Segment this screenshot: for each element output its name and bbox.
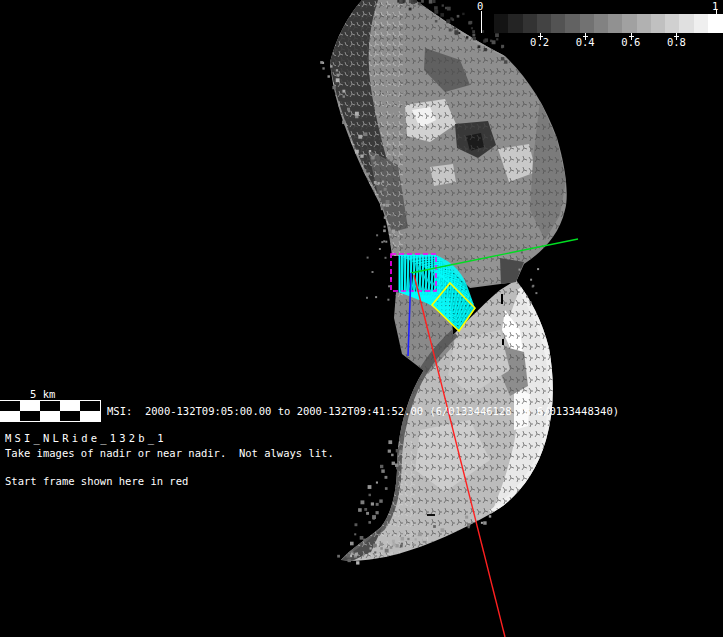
mesh-edge-speckle bbox=[396, 449, 399, 452]
colorbar-cell bbox=[622, 14, 636, 33]
mesh-edge-speckle bbox=[381, 208, 383, 210]
mesh-edge-speckle bbox=[400, 545, 403, 548]
mesh-edge-speckle bbox=[392, 540, 395, 543]
colorbar-cell bbox=[580, 14, 594, 33]
start-frame-note: Start frame shown here in red bbox=[5, 475, 188, 487]
mesh-edge-speckle bbox=[384, 216, 386, 218]
mesh-edge-speckle bbox=[358, 135, 362, 139]
mesh-edge-speckle bbox=[501, 57, 504, 60]
sequence-name: MSI_NLRide_132b_1 bbox=[5, 432, 167, 444]
mesh-edge-speckle bbox=[376, 234, 378, 236]
colorbar-tick-label: 0.2 bbox=[523, 36, 557, 48]
mesh-edge-speckle bbox=[332, 86, 335, 89]
mesh-edge-speckle bbox=[363, 539, 366, 542]
mesh-edge-speckle bbox=[376, 511, 379, 514]
mesh-edge-speckle bbox=[526, 296, 528, 298]
mesh-edge-speckle bbox=[531, 251, 533, 253]
mesh-edge-speckle bbox=[364, 132, 368, 136]
mesh-edge-speckle bbox=[328, 75, 330, 77]
mesh-edge-speckle bbox=[380, 547, 383, 550]
mesh-edge-speckle bbox=[355, 112, 359, 116]
mesh-edge-speckle bbox=[347, 108, 350, 111]
mesh-edge-speckle bbox=[537, 268, 539, 270]
mesh-edge-speckle bbox=[371, 156, 374, 159]
mesh-edge-speckle bbox=[401, 543, 403, 545]
sequence-description: Take images of nadir or near nadir. Not … bbox=[5, 447, 334, 459]
colorbar-cell bbox=[694, 14, 708, 33]
colorbar-tick-label: 0.6 bbox=[614, 36, 648, 48]
mesh-edge-speckle bbox=[392, 462, 395, 465]
mesh-edge-speckle bbox=[391, 214, 393, 216]
mesh-edge-speckle bbox=[409, 534, 412, 537]
mesh-edge-speckle bbox=[366, 512, 369, 515]
mesh-edge-speckle bbox=[384, 541, 387, 544]
mesh-edge-speckle bbox=[350, 542, 354, 546]
mesh-edge-speckle bbox=[401, 537, 404, 540]
mesh-edge-speckle bbox=[388, 450, 391, 453]
mesh-edge-speckle bbox=[381, 469, 384, 472]
colorbar-cell bbox=[665, 14, 679, 33]
mesh-edge-speckle bbox=[372, 271, 374, 273]
mesh-edge-speckle bbox=[330, 65, 332, 67]
colorbar-cell bbox=[551, 14, 565, 33]
colorbar-gradient bbox=[494, 14, 723, 33]
mesh-edge-speckle bbox=[489, 515, 491, 517]
mesh-edge-speckle bbox=[336, 74, 339, 77]
colorbar-cell bbox=[594, 14, 608, 33]
mesh-edge-speckle bbox=[373, 544, 377, 548]
colorbar-cell bbox=[523, 14, 537, 33]
mesh-edge-speckle bbox=[384, 188, 387, 191]
asteroid-3d-scene[interactable] bbox=[0, 0, 723, 637]
mesh-edge-speckle bbox=[371, 502, 374, 505]
mesh-edge-speckle bbox=[467, 523, 470, 526]
mesh-edge-speckle bbox=[521, 252, 523, 254]
mesh-edge-speckle bbox=[378, 198, 381, 201]
mesh-edge-speckle bbox=[355, 553, 358, 556]
mesh-edge-speckle bbox=[337, 555, 340, 558]
scale-bar-cell bbox=[40, 401, 60, 411]
colorbar-cell bbox=[508, 14, 522, 33]
colorbar-cell bbox=[494, 14, 508, 33]
mesh-edge-speckle bbox=[373, 162, 375, 164]
mesh-edge-speckle bbox=[387, 299, 389, 301]
mesh-edge-speckle bbox=[441, 528, 445, 532]
mesh-edge-speckle bbox=[379, 248, 381, 250]
mesh-edge-speckle bbox=[483, 521, 486, 524]
colorbar-cell bbox=[651, 14, 665, 33]
mesh-edge-speckle bbox=[374, 551, 376, 553]
mesh-edge-speckle bbox=[354, 533, 356, 535]
mesh-edge-speckle bbox=[385, 241, 387, 243]
mesh-edge-speckle bbox=[369, 150, 371, 152]
mesh-edge-speckle bbox=[369, 494, 371, 496]
mesh-edge-speckle bbox=[388, 285, 390, 287]
mesh-edge-speckle bbox=[322, 67, 324, 69]
mesh-edge-speckle bbox=[374, 181, 377, 184]
mesh-edge-speckle bbox=[368, 521, 371, 524]
mesh-edge-speckle bbox=[346, 554, 350, 558]
mesh-edge-speckle bbox=[519, 269, 521, 271]
mesh-edge-speckle bbox=[386, 200, 390, 204]
scale-bar-label: 5 km bbox=[30, 388, 55, 400]
mesh-edge-speckle bbox=[361, 500, 365, 504]
mesh-edge-speckle bbox=[392, 230, 396, 234]
mesh-edge-speckle bbox=[418, 532, 422, 536]
mesh-edge-speckle bbox=[358, 508, 362, 512]
scale-bar-cell bbox=[80, 401, 100, 411]
mesh-edge-speckle bbox=[380, 191, 382, 193]
mesh-edge-speckle bbox=[383, 204, 386, 207]
mesh-edge-speckle bbox=[378, 182, 380, 184]
mesh-edge-speckle bbox=[361, 142, 363, 144]
mesh-edge-speckle bbox=[468, 526, 470, 528]
mesh-edge-speckle bbox=[423, 537, 427, 541]
viewport-3d[interactable]: 0 1 0.20.40.60.8 5 km MSI: 2000-132T09:0… bbox=[0, 0, 723, 637]
mesh-edge-speckle bbox=[386, 204, 389, 207]
mesh-edge-speckle bbox=[348, 559, 351, 562]
mesh-edge-speckle bbox=[479, 514, 482, 517]
mesh-edge-speckle bbox=[390, 546, 393, 549]
mesh-edge-speckle bbox=[530, 279, 532, 281]
mesh-edge-speckle bbox=[336, 78, 340, 82]
colorbar-cell bbox=[565, 14, 579, 33]
mesh-edge-speckle bbox=[383, 240, 385, 242]
mesh-edge-speckle bbox=[380, 465, 383, 468]
colorbar-cell bbox=[708, 14, 722, 33]
